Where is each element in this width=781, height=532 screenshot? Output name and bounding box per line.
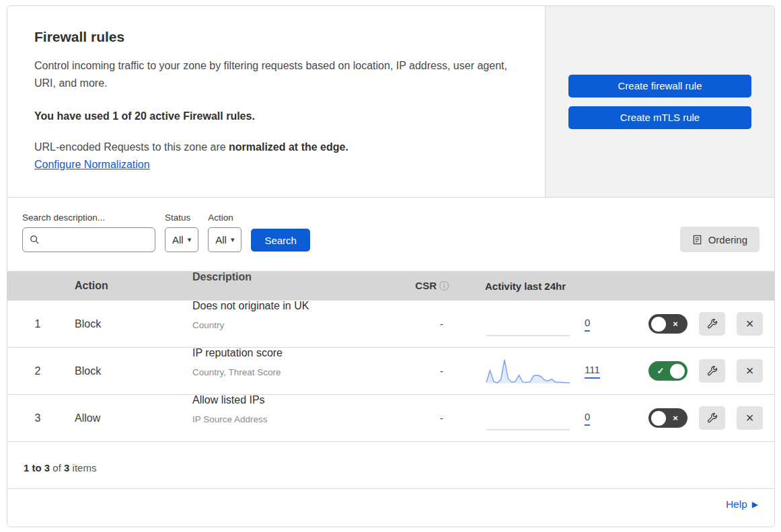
table-header: Action Description CSRⓘ Activity last 24… [7,271,774,301]
delete-rule-button[interactable]: × [737,359,763,383]
search-group: Search description... [22,213,155,252]
help-link[interactable]: Help ▶ [726,498,758,510]
filter-bar: Search description... Status All ▾ Actio… [7,198,774,271]
search-button[interactable]: Search [251,229,310,252]
search-icon [30,235,40,245]
search-box[interactable] [22,227,155,252]
check-icon: ✓ [651,366,670,376]
wrench-icon [706,412,718,424]
rule-description: Allow listed IPs IP Source Address [186,391,394,427]
toggle-knob [651,411,666,426]
rule-controls: ✓ × × [626,406,774,430]
edit-rule-button[interactable] [699,406,725,430]
rule-activity-cell: 111 [458,357,626,385]
activity-column-header: Activity last 24hr [458,280,626,292]
info-icon[interactable]: ⓘ [439,280,449,291]
action-label: Action [208,213,241,223]
rule-title: Does not originate in UK [192,297,394,315]
rule-activity-cell: 0 [458,310,626,338]
rule-description: Does not originate in UK Country [186,297,394,333]
edit-rule-button[interactable] [699,312,725,336]
pagination-summary: 1 to 3 of 3 items [7,442,774,489]
toggle-knob [651,317,666,332]
rule-action: Block [68,365,186,377]
rule-csr-value: - [394,318,458,330]
csr-header-label: CSR [415,280,437,291]
rule-activity-cell: 0 [458,404,626,432]
ordering-label: Ordering [708,234,747,245]
header-text-area: Firewall rules Control incoming traffic … [7,6,546,197]
rule-index: 3 [7,412,68,424]
wrench-icon [706,365,718,377]
delete-rule-button[interactable]: × [737,312,763,336]
page-description: Control incoming traffic to your zone by… [34,57,518,93]
activity-sparkline [485,404,571,432]
table-row: 2 Block IP reputation score Country, Thr… [7,348,774,395]
rule-description: IP reputation score Country, Threat Scor… [186,344,394,380]
rule-subtitle: Country, Threat Score [192,365,394,380]
page-header: Firewall rules Control incoming traffic … [7,6,774,198]
create-mtls-rule-button[interactable]: Create mTLS rule [568,106,751,129]
action-dropdown[interactable]: All ▾ [208,227,241,252]
action-value: All [215,234,227,245]
items-text: items [69,462,96,473]
activity-count-link[interactable]: 111 [585,364,600,379]
status-label: Status [165,213,198,223]
close-icon: × [746,316,754,332]
rule-enabled-toggle[interactable]: ✓ × [648,361,687,381]
rule-controls: ✓ × × [626,359,774,383]
rule-subtitle: IP Source Address [192,412,394,427]
rule-controls: ✓ × × [626,312,774,336]
page-title: Firewall rules [34,29,518,45]
table-row: 1 Block Does not originate in UK Country… [7,301,774,348]
action-filter-group: Action All ▾ [208,213,241,252]
rule-subtitle: Country [192,318,394,333]
status-value: All [172,234,184,245]
x-icon: × [666,319,685,329]
status-filter-group: Status All ▾ [165,213,198,252]
create-firewall-rule-button[interactable]: Create firewall rule [568,75,751,98]
rule-enabled-toggle[interactable]: ✓ × [648,408,687,428]
rule-enabled-toggle[interactable]: ✓ × [648,314,687,334]
range-text: 1 to 3 [24,462,50,473]
search-label: Search description... [22,213,155,223]
csr-column-header: CSRⓘ [394,280,458,293]
search-input[interactable] [44,235,148,245]
normalization-note: URL-encoded Requests to this zone are no… [34,141,518,153]
normalization-bold: normalized at the edge. [229,141,348,153]
firewall-rules-card: Firewall rules Control incoming traffic … [7,5,775,527]
normalization-text: URL-encoded Requests to this zone are [34,141,229,153]
rule-index: 1 [7,318,68,330]
status-dropdown[interactable]: All ▾ [165,227,198,252]
x-icon: × [666,413,685,423]
action-column-header: Action [68,280,186,292]
rule-index: 2 [7,365,68,377]
rule-title: IP reputation score [192,344,394,362]
rule-title: Allow listed IPs [192,391,394,409]
wrench-icon [706,318,718,330]
description-column-header: Description [186,268,394,286]
edit-rule-button[interactable] [699,359,725,383]
ordering-button[interactable]: Ordering [680,227,759,252]
rule-action: Allow [68,412,186,424]
close-icon: × [746,363,754,379]
actions-panel: Create firewall rule Create mTLS rule [546,6,774,197]
chevron-down-icon: ▾ [188,235,192,244]
rule-csr-value: - [394,412,458,424]
ordering-list-icon [692,235,702,245]
configure-normalization-link[interactable]: Configure Normalization [34,159,150,170]
arrow-right-icon: ▶ [752,500,758,509]
chevron-down-icon: ▾ [231,235,235,244]
activity-sparkline [485,310,571,338]
rule-csr-value: - [394,365,458,377]
activity-count-link[interactable]: 0 [585,411,590,426]
usage-summary: You have used 1 of 20 active Firewall ru… [34,110,518,122]
activity-sparkline [485,357,571,385]
of-text: of [50,462,64,473]
table-body: 1 Block Does not originate in UK Country… [7,301,774,442]
delete-rule-button[interactable]: × [737,406,763,430]
activity-count-link[interactable]: 0 [585,317,590,332]
toggle-knob [670,364,685,379]
close-icon: × [746,410,754,426]
help-label: Help [726,498,747,510]
